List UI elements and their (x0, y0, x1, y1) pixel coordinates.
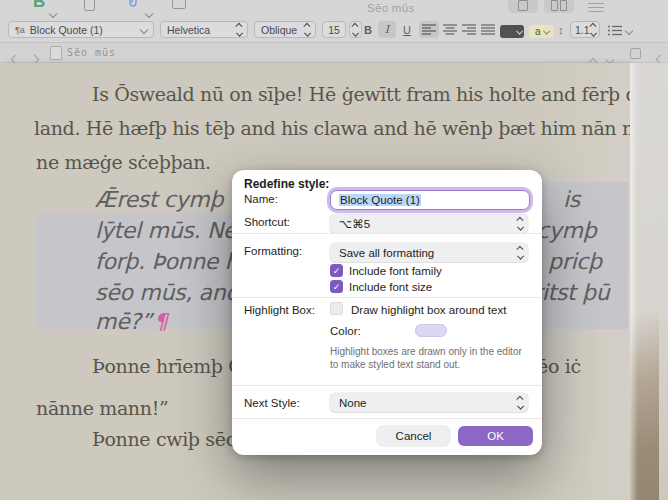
paperclip-icon[interactable] (126, 0, 140, 13)
font-size-field[interactable]: 15 (322, 21, 346, 38)
highlight-label: a (535, 26, 541, 37)
paragraph-line: Þonne hrīemþ Ōs (92, 355, 253, 377)
updown-chevrons-icon (353, 24, 358, 35)
typeface-dropdown[interactable]: Oblique (254, 21, 316, 38)
checkmark-icon: ✓ (333, 282, 341, 292)
divider (232, 233, 542, 234)
share-icon[interactable] (172, 0, 186, 9)
font-size-value: 15 (328, 24, 340, 36)
paragraph-line: ne mæġe sċeþþan. (36, 151, 211, 173)
document-icon (50, 46, 62, 60)
document-tab-title[interactable]: Sēo mūs (67, 47, 116, 58)
font-value: Helvetica (167, 24, 237, 36)
paragraph-line-end: ēo iċ (537, 355, 581, 377)
line-spacing-icon: ↕ (558, 24, 564, 36)
formatting-dropdown[interactable]: Save all formatting (330, 243, 528, 262)
color-label: Color: (330, 325, 361, 337)
divider (232, 297, 542, 298)
line-spacing-value: 1.1 (575, 24, 590, 36)
toolbar-top: B Sēo mūs (0, 0, 668, 18)
bold-label: B (364, 24, 372, 36)
underline-label: U (403, 24, 411, 36)
quote-line-end: cymþ (537, 218, 596, 243)
align-left-button[interactable] (419, 21, 439, 38)
quote-line-end: ritst þū (533, 280, 609, 305)
shortcut-value: ⌥⌘5 (339, 217, 370, 231)
bold-button[interactable]: B (360, 21, 376, 38)
quote-line-end: pricþ (548, 249, 602, 274)
include-font-size-label: Include font size (349, 281, 432, 293)
highlight-color-button[interactable]: a (529, 25, 554, 38)
desktop-background (630, 63, 668, 500)
format-bar: ¶a Block Quote (1) Helvetica Oblique 15 … (0, 18, 668, 43)
add-icon[interactable]: B (33, 0, 45, 12)
shortcut-label: Shortcut: (244, 216, 290, 228)
style-name-value: Block Quote (1) (339, 194, 421, 206)
next-style-dropdown[interactable]: None (330, 393, 528, 412)
draw-highlight-box-checkbox[interactable] (330, 302, 343, 315)
align-justify-icon (481, 24, 495, 35)
window-title: Sēo mūs (367, 2, 414, 14)
divider (232, 385, 542, 386)
quote-line: mē?”¶ (95, 309, 168, 334)
single-page-view-button[interactable] (508, 0, 538, 13)
page-thumbnail-icon[interactable] (630, 48, 641, 59)
quote-line: forþ. Þonne h (95, 249, 238, 274)
include-font-family-label: Include font family (349, 265, 442, 277)
italic-button[interactable]: I (378, 21, 396, 38)
cancel-button[interactable]: Cancel (377, 426, 450, 446)
next-style-value: None (339, 397, 367, 409)
paragraph-style-value: Block Quote (1) (30, 24, 141, 36)
align-right-icon (462, 24, 476, 35)
typeface-value: Oblique (261, 24, 305, 36)
include-font-family-checkbox[interactable]: ✓ (330, 264, 343, 277)
style-name-input[interactable]: Block Quote (1) (330, 190, 530, 210)
line-spacing-stepper[interactable]: 1.1 (570, 21, 600, 38)
paragraph-style-dropdown[interactable]: ¶a Block Quote (1) (8, 21, 154, 38)
list-icon (608, 25, 622, 36)
quote-line: sēo mūs, and (95, 280, 239, 305)
underline-button[interactable]: U (399, 21, 415, 38)
menu-icon[interactable] (588, 0, 604, 15)
updown-chevrons-icon (237, 24, 242, 35)
dialog-title: Redefine style: (244, 177, 329, 191)
align-left-icon (422, 24, 436, 35)
quote-line-text: mē?” (95, 309, 152, 334)
paragraph-style-icon: ¶a (15, 25, 25, 35)
two-page-view-button[interactable] (544, 0, 574, 13)
chevron-down-icon (516, 28, 522, 34)
align-center-icon (443, 24, 457, 35)
align-right-button[interactable] (460, 21, 478, 38)
pilcrow-mark: ¶ (154, 309, 168, 334)
updown-chevrons-icon (518, 218, 523, 229)
align-center-button[interactable] (441, 21, 459, 38)
highlight-box-help-text: Highlight boxes are drawn only in the ed… (330, 345, 530, 371)
updown-chevrons-icon (591, 24, 596, 35)
quote-line-end: is (563, 187, 580, 212)
redefine-style-dialog: Redefine style: Name: Block Quote (1) Sh… (232, 170, 542, 455)
chevron-down-icon (140, 25, 148, 33)
name-label: Name: (244, 193, 278, 205)
font-dropdown[interactable]: Helvetica (160, 21, 248, 38)
text-color-swatch[interactable] (500, 25, 524, 38)
formatting-label: Formatting: (244, 245, 302, 257)
include-font-size-checkbox[interactable]: ✓ (330, 280, 343, 293)
draw-highlight-box-option-label: Draw highlight box around text (351, 304, 506, 316)
italic-label: I (385, 23, 389, 36)
paragraph-line: Is Ōsweald nū on sīþe! Hē ġewītt fram hi… (92, 83, 630, 105)
shortcut-dropdown[interactable]: ⌥⌘5 (330, 214, 528, 233)
device-icon[interactable] (84, 0, 95, 11)
chevron-down-icon (543, 28, 549, 34)
paragraph-line: nānne mann!” (36, 397, 168, 419)
highlight-color-well[interactable] (415, 324, 447, 337)
divider (232, 418, 542, 419)
next-style-label: Next Style: (244, 397, 300, 409)
checkmark-icon: ✓ (333, 266, 341, 276)
updown-chevrons-icon (518, 397, 523, 408)
quote-line: Ǣrest cymþ Ō (95, 187, 247, 212)
paragraph-line: land. Hē hæfþ his tēþ and his clawa and … (34, 117, 630, 139)
tab-bar: Sēo mūs (0, 43, 668, 63)
ok-button[interactable]: OK (458, 426, 533, 446)
list-style-button[interactable] (608, 25, 632, 36)
align-justify-button[interactable] (479, 21, 497, 38)
